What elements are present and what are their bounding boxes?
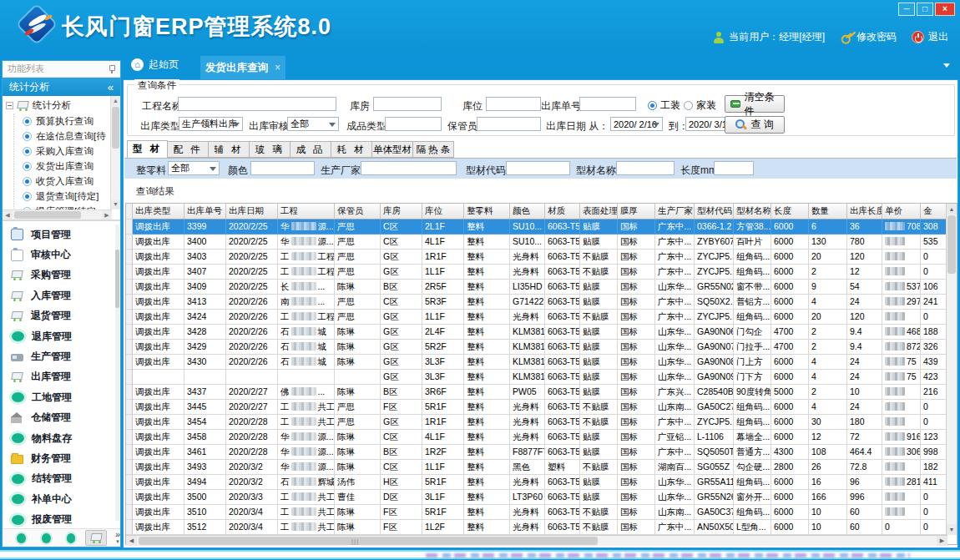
column-header-amt[interactable]: 金 bbox=[921, 204, 947, 219]
grid-row[interactable]: 调拨出库34132020/2/26南...严思C区5R3F整料G71422606… bbox=[126, 295, 957, 310]
module-item[interactable]: 结转管理 bbox=[3, 469, 120, 489]
column-header-date[interactable]: 出库日期 bbox=[226, 204, 278, 219]
tab-close-icon[interactable]: × bbox=[275, 62, 280, 73]
module-item[interactable]: 审核中心 bbox=[3, 245, 120, 265]
tree-vertical-scrollbar[interactable]: ▲▼ bbox=[110, 96, 120, 209]
column-header-loc[interactable]: 库位 bbox=[422, 204, 464, 219]
sidebar-tree-item[interactable]: 收货入库查询 bbox=[14, 174, 120, 189]
column-header-type[interactable]: 出库类型 bbox=[133, 204, 184, 219]
grid-row[interactable]: 调拨出库34292020/2/26石城陈琳G区5R2F整料KLM38176063… bbox=[126, 340, 957, 355]
column-header-film[interactable]: 膜厚 bbox=[618, 204, 655, 219]
product-type-input[interactable] bbox=[385, 117, 442, 131]
column-header-name[interactable]: 型材名称 bbox=[734, 204, 771, 219]
material-tab[interactable]: 隔 热 条 bbox=[413, 141, 454, 158]
grid-row[interactable]: 调拨出库34372020/2/27佛...陈琳B区3R6F整料PW056063-… bbox=[126, 385, 957, 400]
sidebar-tree-item[interactable]: 采购入库查询 bbox=[14, 144, 120, 159]
tree-horizontal-scrollbar[interactable]: ◀▶ bbox=[3, 209, 112, 219]
cart-quick-button[interactable] bbox=[85, 530, 106, 546]
grid-row[interactable]: 调拨出库33992020/2/25华源...严思C区2L1F整料SU10...6… bbox=[126, 219, 957, 235]
module-item[interactable]: 财务管理 bbox=[3, 448, 120, 468]
clear-conditions-button[interactable]: 清空条件 bbox=[725, 95, 785, 113]
material-tab[interactable]: 成 品 bbox=[291, 141, 331, 158]
close-button[interactable]: × bbox=[935, 3, 955, 16]
grid-row[interactable]: 调拨出库34092020/2/25长...陈琳B区2R5F整料LI35HD606… bbox=[126, 280, 957, 295]
tree-root-statistics[interactable]: 统计分析 bbox=[3, 96, 120, 114]
search-button[interactable]: 查 询 bbox=[725, 116, 785, 134]
whole-piece-dropdown[interactable]: 全部 bbox=[168, 161, 220, 175]
module-item[interactable]: 出库管理 bbox=[3, 367, 120, 387]
maximize-button[interactable]: □ bbox=[917, 3, 933, 16]
module-item[interactable]: 退货管理 bbox=[3, 306, 120, 326]
location-input[interactable] bbox=[486, 97, 541, 111]
module-item[interactable]: 物料盘存 bbox=[3, 428, 120, 448]
sidebar-tree-item[interactable]: 在途信息查询[待 bbox=[14, 129, 120, 144]
grid-row[interactable]: 调拨出库34242020/2/26工工程严思G区1L1F整料光身料6063-T5… bbox=[126, 310, 957, 325]
module-item[interactable]: 报废管理 bbox=[3, 509, 120, 529]
sidebar-tree-item[interactable]: 发货出库查询 bbox=[14, 159, 120, 174]
outbound-type-dropdown[interactable]: 生产领料出库 bbox=[179, 117, 243, 131]
tree-collapse-toggle-icon[interactable] bbox=[6, 102, 13, 109]
sidebar-group-header[interactable]: 统计分析 « bbox=[3, 78, 120, 96]
column-header-outlen[interactable]: 出库长度 bbox=[847, 204, 882, 219]
module-item[interactable]: 退库管理 bbox=[3, 326, 120, 346]
column-header-no[interactable]: 出库单号 bbox=[184, 204, 226, 219]
radio-gongzhuang[interactable]: 工装 bbox=[648, 98, 680, 113]
nav-dot-icon[interactable] bbox=[67, 533, 76, 543]
keeper-input[interactable] bbox=[477, 117, 541, 131]
grid-vertical-scrollbar[interactable]: ▲▼ bbox=[946, 204, 957, 535]
date-from-picker[interactable]: 2020/ 2/16 bbox=[610, 117, 663, 131]
column-header-surf[interactable]: 表面处理 bbox=[580, 204, 618, 219]
outbound-order-no-input[interactable] bbox=[579, 97, 636, 111]
grid-row[interactable]: 调拨出库34612020/2/28华源...陈琳B区1R2F整料F8877FT6… bbox=[126, 445, 957, 460]
material-tab[interactable]: 型 材 bbox=[127, 140, 168, 158]
sidebar-tree-item[interactable]: 预算执行查询 bbox=[14, 114, 120, 129]
column-header-color[interactable]: 颜色 bbox=[510, 204, 545, 219]
grid-row[interactable]: 调拨出库34072020/2/25工工程严思G区1L1F整料光身料6063-T5… bbox=[126, 265, 957, 280]
tab-shipment-outbound-query[interactable]: 发货出库查询 × bbox=[200, 56, 285, 79]
grid-row[interactable]: 调拨出库35102020/3/4工共工程陈琳F区5R1F整料光身料6063-T5… bbox=[126, 505, 957, 520]
grid-row[interactable]: 调拨出库34542020/2/28工共工程严思G区1R1F整料光身料6063-T… bbox=[126, 415, 957, 430]
module-item[interactable]: 采购管理 bbox=[3, 265, 120, 285]
grid-row[interactable]: 调拨出库35002020/3/3工共工程曹佳D区3L1F整料LT3P606063… bbox=[126, 490, 957, 505]
module-item[interactable]: 入库管理 bbox=[3, 285, 120, 305]
minimize-button[interactable]: ─ bbox=[898, 3, 915, 16]
tab-home[interactable]: ⌂ 起始页 bbox=[131, 58, 179, 72]
nav-dot-icon[interactable] bbox=[42, 533, 51, 543]
grid-row[interactable]: 调拨出库34002020/2/25华源...严思C区4L1F整料SU10...6… bbox=[126, 235, 957, 250]
collapse-icon[interactable]: « bbox=[108, 81, 114, 93]
column-header-code[interactable]: 型材代码 bbox=[695, 204, 734, 219]
grid-row[interactable]: 调拨出库34282020/2/26石城陈琳G区2L4F整料KLM38176063… bbox=[126, 325, 957, 340]
module-item[interactable]: 工地管理 bbox=[3, 387, 120, 407]
manufacturer-input[interactable] bbox=[361, 161, 457, 175]
grid-row[interactable]: 调拨出库35122020/3/4工共工程陈琳F区1L2F整料光身料6063-T5… bbox=[126, 520, 957, 535]
module-item[interactable]: 项目管理 bbox=[3, 225, 120, 245]
radio-jiazhuang[interactable]: 家装 bbox=[684, 98, 716, 113]
material-tab[interactable]: 配 件 bbox=[168, 141, 209, 158]
column-header-price[interactable]: 单价 bbox=[882, 204, 921, 219]
profile-name-input[interactable] bbox=[616, 161, 675, 175]
sidebar-overflow-chevron[interactable]: »▼ bbox=[115, 531, 120, 546]
column-header-wh[interactable]: 库房 bbox=[381, 204, 422, 219]
module-item[interactable]: 生产管理 bbox=[3, 346, 120, 366]
column-header-len[interactable]: 长度 bbox=[771, 204, 809, 219]
grid-row[interactable]: 调拨出库34582020/2/28华源...陈琳C区4L1F整料光身料6063-… bbox=[126, 430, 957, 445]
project-name-input[interactable] bbox=[178, 97, 336, 111]
grid-row[interactable]: 调拨出库34932020/3/2华源...陈琳C区1L1F整料黑色塑料不贴膜国标… bbox=[126, 460, 957, 475]
nav-dot-icon[interactable] bbox=[17, 533, 26, 543]
pin-icon[interactable] bbox=[107, 65, 115, 73]
column-header-keeper[interactable]: 保管员 bbox=[335, 204, 381, 219]
change-password-button[interactable]: 修改密码 bbox=[840, 30, 897, 44]
grid-row[interactable]: 调拨出库34032020/2/25工工程严思G区1R1F整料光身料6063-T5… bbox=[126, 250, 957, 265]
color-input[interactable] bbox=[250, 161, 315, 175]
grid-row[interactable]: 调拨出库34942020/3/2石辉城汤伟H区5R1F整料光身料6063-T5贴… bbox=[126, 475, 957, 490]
module-item[interactable]: 补单中心 bbox=[3, 489, 120, 509]
column-header-whole[interactable]: 整零料 bbox=[464, 204, 510, 219]
column-header-proj[interactable]: 工程 bbox=[278, 204, 335, 219]
grid-row[interactable]: G区3L3F整料KLM38176063-T5贴膜国标山东华...GA90N09.… bbox=[126, 370, 957, 385]
material-tab[interactable]: 玻 璃 bbox=[250, 141, 291, 158]
grid-horizontal-scrollbar[interactable]: ◀|||▶ bbox=[126, 535, 947, 546]
column-header-maker[interactable]: 生产厂家 bbox=[655, 204, 695, 219]
tab-overflow-arrow-icon[interactable] bbox=[943, 63, 950, 68]
column-header-qty[interactable]: 数量 bbox=[809, 204, 847, 219]
grid-row[interactable]: 调拨出库34302020/2/26石城陈琳G区3L3F整料KLM38176063… bbox=[126, 355, 957, 370]
